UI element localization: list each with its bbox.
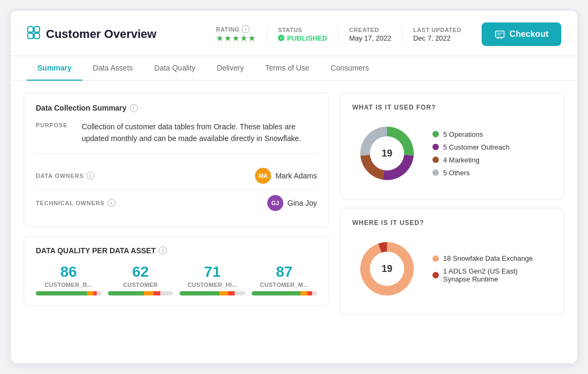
used-where-donut: 19	[352, 234, 422, 303]
purpose-text: Collection of customer data tables from …	[82, 121, 317, 145]
used-for-chart-area: 19 5 Operations5 Customer Outreach4 Mark…	[352, 119, 552, 188]
collection-summary-title: Data Collection Summary i	[36, 104, 317, 112]
logo-icon	[27, 26, 41, 43]
tab-delivery[interactable]: Delivery	[206, 56, 255, 81]
purpose-row: PURPOSE Collection of customer data tabl…	[36, 121, 317, 154]
owner-gj: GJ Gina Joy	[267, 195, 317, 211]
legend-item: 5 Operations	[432, 130, 509, 138]
quality-item: 71CUSTOMER_HI...	[180, 263, 245, 295]
rating-info-icon[interactable]: i	[242, 25, 250, 33]
bar-segment	[144, 291, 153, 295]
legend-label: 5 Operations	[443, 130, 483, 138]
legend-item: 18 Snowfake Data Exchange	[432, 254, 533, 262]
status-label: STATUS	[278, 27, 302, 33]
quality-score: 62	[132, 263, 149, 280]
collection-info-icon[interactable]: i	[130, 104, 138, 112]
technical-owners-label: TECHNICAL OWNERS i	[36, 199, 115, 207]
status-meta: STATUS PUBLISHED	[267, 27, 338, 42]
svg-rect-2	[28, 33, 33, 38]
updated-value: Dec 7, 2022	[413, 34, 451, 42]
used-where-title: WHERE IS IT USED?	[352, 219, 552, 227]
rating-meta: RATING i ★★★★★	[205, 25, 267, 43]
header: Customer Overview RATING i ★★★★★ STATUS …	[11, 11, 577, 56]
used-for-donut: 19	[352, 119, 422, 188]
technical-owners-row: TECHNICAL OWNERS i GJ Gina Joy	[36, 190, 317, 216]
svg-rect-3	[34, 33, 40, 38]
quality-bar	[36, 291, 102, 295]
data-owners-label: DATA OWNERS i	[36, 172, 95, 180]
owner-gj-name: Gina Joy	[288, 199, 317, 207]
quality-bar	[180, 291, 245, 295]
tab-data-quality[interactable]: Data Quality	[144, 56, 206, 81]
quality-name: CUSTOMER	[123, 282, 158, 288]
quality-name: CUSTOMER_B...	[44, 282, 92, 288]
data-owners-info-icon[interactable]: i	[87, 172, 95, 180]
avatar-ma: MA	[255, 168, 271, 184]
used-for-card: WHAT IS IT USED FOR? 19 5 Operations5 Cu…	[340, 92, 564, 199]
quality-bar	[252, 291, 318, 295]
bar-segment	[94, 291, 97, 295]
legend-dot	[432, 131, 439, 137]
tab-consumers[interactable]: Consumers	[320, 56, 380, 81]
bar-segment	[87, 291, 94, 295]
left-panel: Data Collection Summary i PURPOSE Collec…	[24, 92, 329, 315]
donut-segment	[360, 155, 384, 180]
purpose-label: PURPOSE	[36, 121, 73, 145]
svg-point-5	[498, 37, 499, 39]
svg-rect-1	[34, 27, 40, 32]
technical-owners-info-icon[interactable]: i	[107, 199, 115, 207]
updated-meta: LAST UPDATED Dec 7, 2022	[403, 27, 472, 42]
legend-item: 5 Customer Outreach	[432, 143, 509, 151]
legend-dot	[432, 144, 439, 150]
quality-item: 62CUSTOMER	[108, 263, 174, 295]
quality-score: 71	[204, 263, 221, 280]
legend-label: 5 Customer Outreach	[443, 143, 509, 151]
quality-info-icon[interactable]: i	[159, 246, 167, 254]
checkout-button[interactable]: Checkout	[482, 22, 561, 46]
svg-point-6	[501, 37, 502, 39]
bar-segment	[36, 291, 87, 295]
legend-label: 1 ADLS Gen2 (US East) Synapse Runtime	[443, 267, 517, 283]
tab-summary[interactable]: Summary	[27, 56, 82, 81]
bar-segment	[252, 291, 301, 295]
tabs-bar: Summary Data Assets Data Quality Deliver…	[11, 56, 577, 81]
status-value: PUBLISHED	[278, 34, 327, 42]
right-panel: WHAT IS IT USED FOR? 19 5 Operations5 Cu…	[340, 92, 564, 315]
owner-ma: MA Mark Adams	[255, 168, 317, 184]
used-for-legend: 5 Operations5 Customer Outreach4 Marketi…	[432, 130, 509, 177]
created-meta: CREATED May 17, 2022	[338, 27, 403, 42]
quality-score: 87	[276, 263, 292, 280]
owner-ma-name: Mark Adams	[275, 172, 317, 180]
meta-group: RATING i ★★★★★ STATUS PUBLISHED CREATED …	[205, 25, 472, 43]
bar-segment	[180, 291, 219, 295]
legend-dot	[432, 272, 439, 278]
quality-name: CUSTOMER_M...	[260, 282, 308, 288]
legend-item: 4 Marketing	[432, 156, 509, 164]
legend-label: 18 Snowfake Data Exchange	[443, 254, 533, 262]
bar-segment	[307, 291, 313, 295]
svg-rect-0	[28, 27, 33, 32]
quality-title: DATA QUALITY PER DATA ASSET i	[36, 246, 317, 255]
created-value: May 17, 2022	[349, 34, 391, 42]
page-title: Customer Overview	[46, 27, 157, 41]
bar-segment	[300, 291, 307, 295]
data-owners-row: DATA OWNERS i MA Mark Adams	[36, 162, 317, 190]
bar-segment	[219, 291, 228, 295]
used-for-total: 19	[382, 148, 392, 159]
tab-data-assets[interactable]: Data Assets	[82, 56, 144, 81]
avatar-gj: GJ	[267, 195, 283, 211]
used-where-card: WHERE IS IT USED? 19 18 Snowfake Data Ex…	[340, 208, 564, 315]
status-dot	[278, 35, 284, 41]
svg-rect-4	[496, 31, 504, 37]
used-where-legend: 18 Snowfake Data Exchange1 ADLS Gen2 (US…	[432, 254, 533, 283]
quality-item: 86CUSTOMER_B...	[36, 263, 102, 295]
tab-terms-of-use[interactable]: Terms of Use	[254, 56, 320, 81]
body: Data Collection Summary i PURPOSE Collec…	[11, 81, 577, 326]
quality-bar	[108, 291, 174, 295]
used-where-chart-area: 19 18 Snowfake Data Exchange1 ADLS Gen2 …	[352, 234, 552, 303]
bar-segment	[108, 291, 144, 295]
used-for-title: WHAT IS IT USED FOR?	[352, 104, 552, 111]
used-where-total: 19	[382, 263, 392, 275]
legend-dot	[432, 255, 439, 262]
rating-stars: ★★★★★	[216, 33, 256, 43]
